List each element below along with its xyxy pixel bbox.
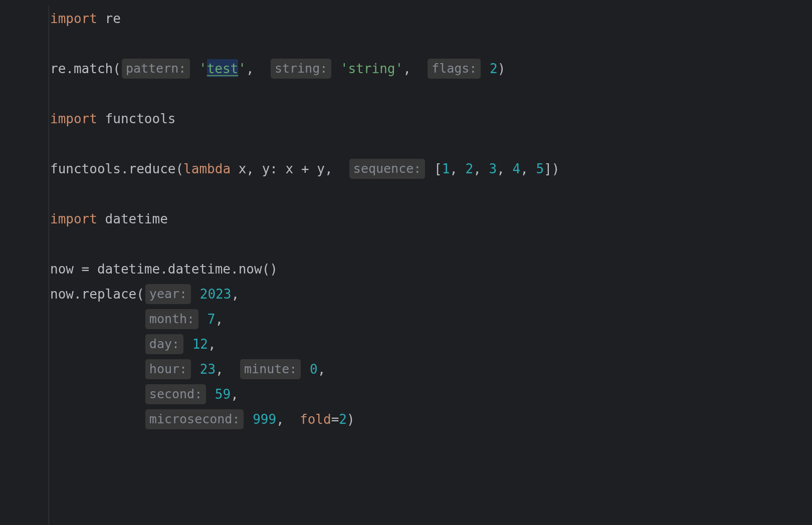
call-functools-reduce: functools.reduce( xyxy=(50,161,183,176)
kwarg-fold: fold xyxy=(300,412,331,427)
comma: , xyxy=(318,362,326,377)
module-functools: functools xyxy=(105,111,176,126)
string-quote: ' xyxy=(199,61,207,76)
keyword-lambda: lambda xyxy=(183,161,231,176)
number-literal: 1 xyxy=(442,161,450,176)
bracket-close: ]) xyxy=(544,161,559,176)
number-literal: 3 xyxy=(489,161,497,176)
comma: , xyxy=(450,161,465,176)
code-line[interactable]: now = datetime.datetime.now() xyxy=(49,256,812,282)
indent xyxy=(50,337,144,352)
paren-close: ) xyxy=(347,412,355,427)
selected-text[interactable]: test xyxy=(207,59,239,77)
code-line[interactable]: day: 12, xyxy=(49,332,812,357)
keyword-import: import xyxy=(50,11,97,26)
number-literal: 23 xyxy=(200,362,216,377)
indent xyxy=(50,362,144,377)
code-line[interactable]: second: 59, xyxy=(49,382,812,407)
lambda-args: x, y xyxy=(231,161,270,176)
indent xyxy=(50,387,144,402)
inlay-hint-month: month: xyxy=(145,309,198,329)
comma: , xyxy=(403,61,411,76)
comma: , xyxy=(497,161,512,176)
inlay-hint-hour: hour: xyxy=(145,359,191,379)
string-quote: ' xyxy=(340,61,348,76)
bracket-open: [ xyxy=(434,161,442,176)
number-literal: 7 xyxy=(208,312,216,327)
call-re-match: re.match( xyxy=(50,61,121,76)
code-line[interactable]: re.match(pattern: 'test', string: 'strin… xyxy=(49,56,812,81)
paren-close: ) xyxy=(498,61,506,76)
inlay-hint-microsecond: microsecond: xyxy=(145,409,244,429)
indent xyxy=(50,312,144,327)
blank-line[interactable] xyxy=(49,131,812,156)
number-literal: 12 xyxy=(192,337,208,352)
string-quote: ' xyxy=(238,61,246,76)
colon: : xyxy=(270,161,278,176)
keyword-import: import xyxy=(50,111,97,126)
code-line[interactable]: import datetime xyxy=(49,206,812,231)
inlay-hint-string: string: xyxy=(271,59,331,79)
equals: = xyxy=(331,412,339,427)
lambda-body: x + y, xyxy=(278,161,333,176)
code-line[interactable]: hour: 23, minute: 0, xyxy=(49,357,812,382)
number-literal: 2 xyxy=(339,412,347,427)
inlay-hint-pattern: pattern: xyxy=(122,59,190,79)
blank-line[interactable] xyxy=(49,181,812,206)
number-literal: 5 xyxy=(536,161,544,176)
comma: , xyxy=(215,312,223,327)
number-literal: 999 xyxy=(253,412,276,427)
comma: , xyxy=(231,287,239,302)
comma: , xyxy=(276,412,284,427)
comma: , xyxy=(208,337,216,352)
code-line[interactable]: functools.reduce(lambda x, y: x + y, seq… xyxy=(49,156,812,181)
comma: , xyxy=(473,161,489,176)
assignment-now: now = datetime.datetime.now() xyxy=(50,261,278,277)
comma: , xyxy=(231,387,239,402)
editor-gutter xyxy=(0,0,48,525)
comma: , xyxy=(520,161,536,176)
number-literal: 2023 xyxy=(200,287,232,302)
code-line[interactable]: import re xyxy=(49,6,812,31)
number-literal: 0 xyxy=(310,362,318,377)
inlay-hint-minute: minute: xyxy=(240,359,301,379)
blank-line[interactable] xyxy=(49,31,812,56)
keyword-import: import xyxy=(50,211,97,226)
inlay-hint-year: year: xyxy=(145,284,191,304)
string-literal: string xyxy=(348,61,395,76)
number-literal: 59 xyxy=(215,387,231,402)
call-now-replace: now.replace( xyxy=(50,287,144,302)
code-editor[interactable]: import re re.match(pattern: 'test', stri… xyxy=(49,6,812,525)
number-literal: 4 xyxy=(513,161,521,176)
code-line[interactable]: import functools xyxy=(49,106,812,131)
inlay-hint-sequence: sequence: xyxy=(349,159,425,179)
code-line[interactable]: month: 7, xyxy=(49,307,812,332)
code-line[interactable]: microsecond: 999, fold=2) xyxy=(49,407,812,432)
comma: , xyxy=(246,61,254,76)
comma: , xyxy=(216,362,224,377)
blank-line[interactable] xyxy=(49,81,812,106)
indent xyxy=(50,412,144,427)
number-literal: 2 xyxy=(466,161,474,176)
code-line[interactable]: now.replace(year: 2023, xyxy=(49,282,812,307)
module-datetime: datetime xyxy=(105,211,168,226)
number-literal: 2 xyxy=(490,61,498,76)
inlay-hint-day: day: xyxy=(145,334,183,354)
blank-line[interactable] xyxy=(49,231,812,256)
inlay-hint-flags: flags: xyxy=(428,59,481,79)
string-quote: ' xyxy=(395,61,403,76)
module-re: re xyxy=(105,11,121,26)
inlay-hint-second: second: xyxy=(145,384,206,404)
